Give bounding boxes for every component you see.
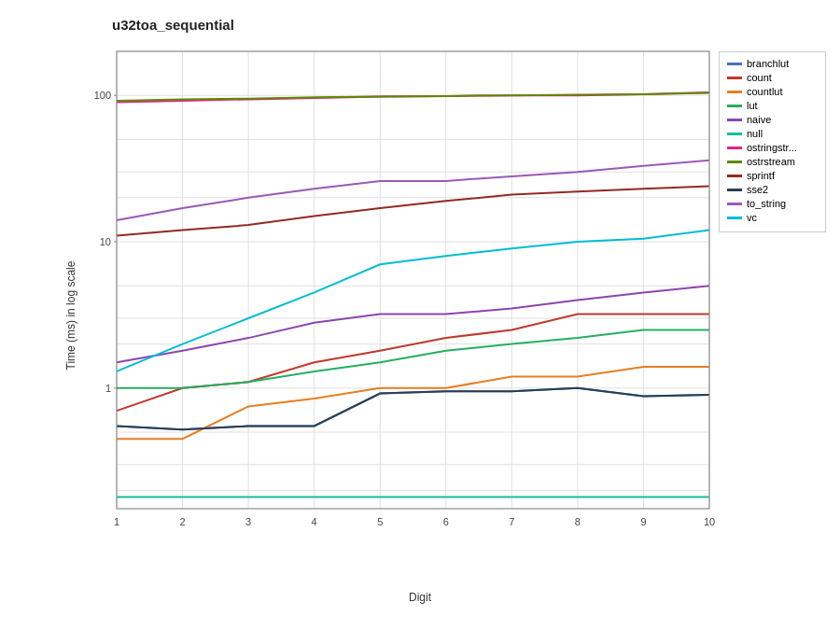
legend-color-swatch: [727, 147, 742, 149]
svg-text:6: 6: [443, 516, 449, 527]
svg-text:1: 1: [114, 516, 119, 527]
legend-label: vc: [747, 212, 757, 223]
legend-label: count: [747, 72, 772, 83]
legend-color-swatch: [727, 133, 742, 135]
svg-text:5: 5: [377, 516, 383, 527]
legend-label: naive: [747, 114, 771, 125]
legend-item: sse2: [727, 184, 818, 195]
legend-label: countlut: [747, 86, 783, 97]
svg-text:10: 10: [100, 236, 111, 247]
legend-color-swatch: [727, 217, 742, 219]
legend-label: null: [747, 128, 763, 139]
legend-color-swatch: [727, 203, 742, 205]
legend-color-swatch: [727, 119, 742, 121]
legend-label: lut: [747, 100, 758, 111]
svg-text:9: 9: [640, 516, 646, 527]
svg-text:100: 100: [94, 90, 111, 101]
legend-item: countlut: [727, 86, 818, 97]
svg-text:1: 1: [105, 383, 111, 394]
legend-color-swatch: [727, 63, 742, 65]
legend-item: vc: [727, 212, 818, 223]
svg-text:7: 7: [509, 516, 514, 527]
legend-item: branchlut: [727, 58, 818, 69]
legend-item: ostrstream: [727, 156, 818, 167]
chart-container: u32toa_sequential Time (ms) in log scale…: [0, 0, 840, 630]
svg-text:8: 8: [575, 516, 581, 527]
svg-text:4: 4: [312, 516, 317, 527]
svg-rect-0: [117, 51, 709, 509]
legend-item: ostringstr...: [727, 142, 818, 153]
legend-color-swatch: [727, 105, 742, 107]
svg-text:3: 3: [245, 516, 251, 527]
legend-color-swatch: [727, 175, 742, 177]
legend-label: to_string: [747, 198, 786, 209]
legend-item: null: [727, 128, 818, 139]
legend-label: sse2: [747, 184, 768, 195]
legend-item: count: [727, 72, 818, 83]
legend-label: branchlut: [747, 58, 789, 69]
legend-item: sprintf: [727, 170, 818, 181]
legend-color-swatch: [727, 161, 742, 163]
legend-item: to_string: [727, 198, 818, 209]
legend-label: ostrstream: [747, 156, 795, 167]
main-chart: 11010012345678910: [65, 42, 719, 555]
svg-text:2: 2: [179, 516, 185, 527]
svg-text:10: 10: [704, 516, 715, 527]
legend-color-swatch: [727, 189, 742, 191]
legend-color-swatch: [727, 77, 742, 79]
legend-item: naive: [727, 114, 818, 125]
legend-label: ostringstr...: [747, 142, 797, 153]
x-axis-label: Digit: [409, 591, 431, 604]
legend-color-swatch: [727, 91, 742, 93]
legend: branchlut count countlut lut naive null …: [719, 51, 826, 232]
legend-label: sprintf: [747, 170, 775, 181]
chart-title: u32toa_sequential: [112, 17, 234, 33]
legend-item: lut: [727, 100, 818, 111]
